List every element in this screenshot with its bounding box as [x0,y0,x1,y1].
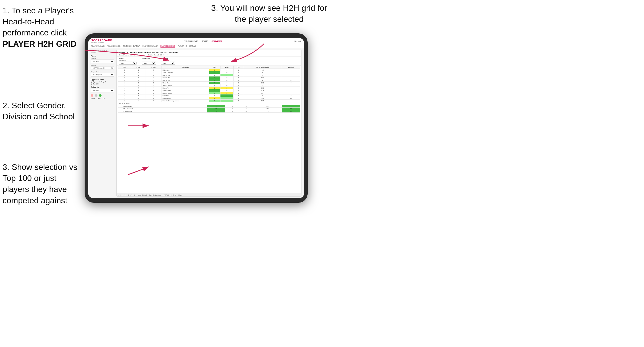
cell-conf: 2 [146,71,162,74]
cell-conf: 3 [146,92,162,94]
conference-filter-select[interactable]: (All) [142,62,156,65]
cell-rounds: 11 [282,97,300,100]
toolbar-layout2[interactable]: ≡ [175,194,176,196]
sign-out-link[interactable]: Sign out [294,40,301,42]
sub-player-summary[interactable]: PLAYER SUMMARY [143,45,158,48]
toolbar-view-original[interactable]: View: Original [138,194,147,196]
cell-rounds: 4 [282,69,300,71]
cell-diff: -3 [243,84,282,87]
cell-rounds: 7 [282,92,300,94]
division-record: Division Record: 331 - 34 - 6 [148,54,167,56]
nav-teams[interactable]: TEAMS [202,40,208,42]
table-row: 6 3 3 Sydney Kuo 0 1 0 -1 [118,74,300,76]
cell-tie: 0 [234,89,243,92]
nav-committee[interactable]: COMMITTEE [212,40,222,42]
ood-cell-opponent: Foreign Team [118,105,207,108]
region-filter-select[interactable]: (All) [119,62,137,65]
toolbar-grid[interactable]: ⊞ [128,194,129,196]
cell-win: 1 [209,82,220,84]
cell-win: 0 [209,94,220,97]
toolbar-timer[interactable]: ⏱ [134,194,136,196]
sub-team-h2h-grid[interactable]: TEAM H2H GRID [107,45,120,48]
sub-team-h2h-heatmap[interactable]: TEAM H2H HEATMAP [123,45,140,48]
opponent-view-label: Opponent view [91,79,114,80]
toolbar-redo[interactable]: ↪ [124,194,126,196]
ood-cell-rounds: 30 [282,108,300,110]
cell-reg: 6 [131,79,146,82]
overall-record: Overall Record: 353 - 34 - 6 [119,54,138,56]
nav-tournaments[interactable]: TOURNAMENTS [184,40,198,42]
cell-loss: 0 [220,69,233,71]
cell-div: 3 [118,69,131,71]
cell-conf: 3 [146,74,162,76]
colour-by-select[interactable]: Win/loss [91,89,114,92]
sub-team-summary[interactable]: TEAM SUMMARY [91,45,105,48]
player-rank-select[interactable]: 8. Katelyn Vo [91,73,114,76]
division-select[interactable]: NCAA Division III [91,66,114,70]
cell-rounds: 6 [282,100,300,102]
ood-cell-win: 15 [207,108,225,110]
ood-cell-win: 5 [207,110,225,113]
toolbar-refresh[interactable]: ↺ [130,194,132,196]
logo-sub: Powered by clippd [91,42,112,43]
step3-bottom-text: 3. Show selection vs Top 100 or just pla… [3,162,77,205]
opponents-label: Opponents: [119,60,137,61]
cell-div: 9 [118,76,131,79]
toolbar-back[interactable]: ← [122,194,123,196]
ood-cell-loss: 0 [225,110,239,113]
cell-opponent: Eunice Yi [162,87,209,89]
division-label: Division [91,64,114,66]
toolbar-undo[interactable]: ↩ [118,194,119,196]
cell-conf: 6 [146,97,162,100]
colour-label-level: Level [97,98,100,99]
cell-opponent: Jessica Mason [162,92,209,94]
col-reg: # Reg [131,66,146,69]
colour-by-label: Colour by [91,86,114,88]
toolbar-share[interactable]: Share [178,194,182,196]
cell-win: 1 [209,69,220,71]
out-of-division-table: Foreign Team 1 0 0 4.5 2 NAIA Division 1… [118,105,300,113]
data-table-container: # Div # Reg # Conf Opponent Win Loss Tie… [117,66,301,194]
cell-win: 1 [209,92,220,94]
cell-loss: 2 [220,87,233,89]
cell-div: 10 [118,79,131,82]
cell-win: 2 [209,87,220,89]
opponent-filter-select[interactable]: (All) [161,62,175,65]
sub-player-h2h-grid[interactable]: PLAYER H2H GRID [160,45,175,48]
ood-cell-tie: 0 [239,105,253,108]
cell-diff: 1.5 [243,69,282,71]
toolbar-save-view[interactable]: Save Custom View [149,194,161,196]
ood-cell-diff: 9.267 [253,108,282,110]
conference-filter-group: Conference x (All) [142,57,156,65]
cell-conf: 4 [146,87,162,89]
region-filter-label: Region [119,57,137,59]
table-row: 5 2 2 Alexis Sudjianto 1 0 0 4 3 [118,71,300,74]
cell-win: 2 [209,100,220,102]
opponent-radio-group: Opponents Played Top 100 [91,81,114,85]
toolbar-layout1[interactable]: ⊡ [173,194,174,196]
toolbar-watch[interactable]: 👁 Watch ▾ [163,194,170,196]
radio-opponents-played[interactable]: Opponents Played [91,81,114,83]
table-row: 19 10 6 Emily Chang 4 1 0 0.3 11 [118,97,300,100]
gender-select[interactable]: Women's [91,60,114,63]
cell-reg: 11 [131,100,146,102]
cell-reg: 2 [131,71,146,74]
colour-label-up: Up [103,98,105,99]
cell-rounds: 3 [282,82,300,84]
cell-win: 0 [209,74,220,76]
cell-rounds: 2 [282,84,300,87]
cell-tie: 0 [234,100,243,102]
cell-div: 11 [118,82,131,84]
timestamp: Last Updated: 27/03/2024 16:55:38 [91,50,114,54]
right-panel: Katelyn Vo Head-to-Head Grid for Women's… [116,50,301,197]
col-rounds: Rounds [282,66,300,69]
col-div: # Div [118,66,131,69]
cell-tie: 0 [234,87,243,89]
colour-label-down: Down [91,98,95,99]
timestamp-time: 16:55:38 [91,52,114,54]
cell-opponent: Sydney Kuo [162,74,209,76]
sub-player-h2h-heatmap[interactable]: PLAYER H2H HEATMAP [178,45,197,48]
radio-top100[interactable]: Top 100 [91,83,114,85]
cell-win: 1 [209,76,220,79]
cell-div: 18 [118,94,131,97]
